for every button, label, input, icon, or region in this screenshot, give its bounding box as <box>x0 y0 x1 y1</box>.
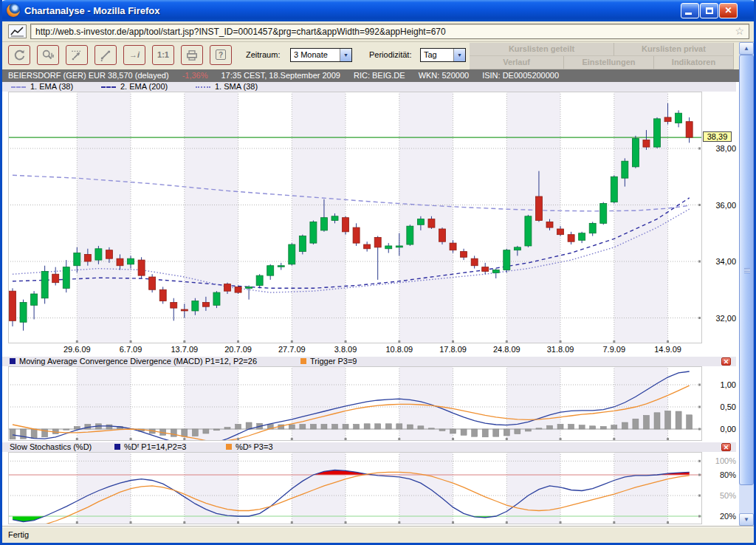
window-title: Chartanalyse - Mozilla Firefox <box>24 5 160 16</box>
zeitraum-select[interactable]: 3 Monate ▼ <box>290 48 352 62</box>
scroll-up-icon[interactable]: ▲ <box>739 42 754 55</box>
maximize-icon <box>706 7 713 14</box>
axis-tick-label: 7.9.09 <box>588 345 640 354</box>
close-button[interactable]: ✕ <box>719 3 738 18</box>
scrollbar-thumb[interactable] <box>739 55 754 485</box>
zeitraum-value: 3 Monate <box>294 50 328 59</box>
stoch-slow-swatch <box>226 444 232 450</box>
axis-tick-label: 34,00 <box>704 257 736 266</box>
wkn-code: WKN: 520000 <box>419 71 469 80</box>
stochastics-title: Slow Stochastics (%D) <box>10 442 92 452</box>
stochastics-header: Slow Stochastics (%D) %Dᶠ P1=14,P2=3 %Dˢ… <box>2 442 736 452</box>
macd-canvas[interactable] <box>8 366 702 441</box>
trendline-icon <box>99 49 112 62</box>
help-icon: ? <box>216 49 226 60</box>
navigation-bar: http://web.s-investor.de/app/tool/start.… <box>2 21 754 42</box>
main-chart-canvas[interactable] <box>8 92 702 343</box>
macd-title: Moving Average Convergence Divergence (M… <box>19 357 257 366</box>
one-to-one-icon: 1:1 <box>157 50 169 59</box>
axis-tick-label: 20.7.09 <box>213 345 264 354</box>
chevron-down-icon[interactable]: ▼ <box>453 49 465 61</box>
stochastics-canvas[interactable] <box>8 452 702 524</box>
legend-swatch <box>101 86 116 88</box>
menu-kurslisten-geteilt[interactable]: Kurslisten geteilt <box>470 43 614 56</box>
axis-tick-label: 38,00 <box>704 144 736 153</box>
minimize-icon <box>685 13 692 15</box>
status-text: Fertig <box>8 530 29 539</box>
title-bar: Chartanalyse - Mozilla Firefox ✕ <box>0 0 756 21</box>
menu-kurslisten-privat[interactable]: Kurslisten privat <box>614 43 734 56</box>
axis-tick-label: 50% <box>704 491 736 500</box>
axis-tick-label: 20% <box>704 512 736 521</box>
bookmark-star-icon[interactable]: ☆ <box>735 25 744 37</box>
url-field[interactable]: http://web.s-investor.de/app/tool/start.… <box>30 24 749 39</box>
zoom-chart-icon <box>41 49 55 62</box>
refresh-button[interactable] <box>8 45 30 65</box>
menu-verlauf[interactable]: Verlauf <box>470 56 564 69</box>
printer-icon <box>185 49 199 62</box>
axis-tick-label: 36,00 <box>704 201 736 210</box>
menu-einstellungen[interactable]: Einstellungen <box>564 56 654 69</box>
axis-tick-label: 100% <box>704 456 736 465</box>
legend-label: 1. EMA (38) <box>30 82 73 92</box>
instrument-info-bar: BEIERSDORF (GER) EUR 38,570 (delayed)-1,… <box>2 69 754 82</box>
axis-tick-label: 6.7.09 <box>105 345 157 354</box>
close-icon: ✕ <box>720 4 737 18</box>
axis-tick-label: 32,00 <box>704 314 736 323</box>
crosshair-mode-button[interactable] <box>66 45 88 65</box>
scrollbar-grip <box>744 268 750 273</box>
legend-label: 1. SMA (38) <box>215 82 258 92</box>
crosshair-pointer-icon <box>70 49 83 62</box>
axis-tick-label: 29.6.09 <box>51 345 103 354</box>
ric-code: RIC: BEIG.DE <box>354 71 405 80</box>
change-percent: -1,36% <box>182 71 208 80</box>
maximize-button[interactable] <box>700 3 718 18</box>
legend-label: 2. EMA (200) <box>120 82 168 92</box>
site-chart-favicon <box>8 24 27 38</box>
axis-tick-label: 27.7.09 <box>266 345 317 354</box>
stoch-fast-swatch <box>114 444 120 450</box>
menu-row-top: Kurslisten geteiltKurslisten privat <box>470 43 734 56</box>
stochastics-close-button[interactable]: ✕ <box>721 443 731 451</box>
last-price-badge: 38,39 <box>703 131 732 142</box>
app-toolbar: →i1:1? Zeitraum: 3 Monate ▼ Periodizität… <box>2 42 754 69</box>
minimize-button[interactable] <box>681 3 699 18</box>
scroll-down-icon[interactable]: ▼ <box>739 513 754 526</box>
axis-tick-label: 31.8.09 <box>535 345 586 354</box>
axis-tick-label: 13.7.09 <box>159 345 210 354</box>
legend-swatch <box>11 86 26 88</box>
axis-tick-label: 17.8.09 <box>427 345 479 354</box>
status-bar: Fertig <box>2 526 754 543</box>
periodizitaet-value: Tag <box>424 50 437 59</box>
axis-tick-label: 0,00 <box>704 425 736 433</box>
macd-trigger-label: Trigger P3=9 <box>310 357 357 366</box>
vertical-scrollbar[interactable]: ▲ ▼ <box>739 42 754 526</box>
print-button[interactable] <box>181 45 203 65</box>
info-mode-button[interactable]: →i <box>123 45 145 65</box>
stoch-fast-label: %Dᶠ P1=14,P2=3 <box>124 442 186 452</box>
quote-timestamp: 17:35 CEST, 18.September 2009 <box>221 71 340 80</box>
axis-tick-label: 3.8.09 <box>320 345 371 354</box>
axis-tick-label: 1,00 <box>704 380 736 389</box>
menu-indikatoren[interactable]: Indikatoren <box>654 56 734 69</box>
overlay-legend-bar: 1. EMA (38)2. EMA (200)1. SMA (38) <box>2 82 736 92</box>
help-button[interactable]: ? <box>210 45 232 65</box>
axis-tick-label: 0,50 <box>704 402 736 411</box>
zeitraum-label: Zeitraum: <box>246 50 280 59</box>
chevron-down-icon[interactable]: ▼ <box>340 49 351 61</box>
axis-tick-label: 80% <box>704 470 736 479</box>
firefox-icon <box>7 4 20 17</box>
zoom-mode-button[interactable] <box>37 45 59 65</box>
periodizitaet-label: Periodizität: <box>369 50 411 59</box>
menu-row-bottom: VerlaufEinstellungenIndikatoren <box>470 56 734 69</box>
macd-close-button[interactable]: ✕ <box>721 357 731 366</box>
axis-tick-label: 14.9.09 <box>642 345 694 354</box>
isin-code: ISIN: DE0005200000 <box>482 71 559 80</box>
macd-header: Moving Average Convergence Divergence (M… <box>2 357 736 366</box>
axis-tick-label: 10.8.09 <box>374 345 425 354</box>
refresh-icon <box>13 49 26 62</box>
info-arrow-icon: →i <box>129 50 140 59</box>
periodizitaet-select[interactable]: Tag ▼ <box>420 48 466 62</box>
original-size-button[interactable]: 1:1 <box>152 45 174 65</box>
trendline-tool-button[interactable] <box>94 45 117 65</box>
